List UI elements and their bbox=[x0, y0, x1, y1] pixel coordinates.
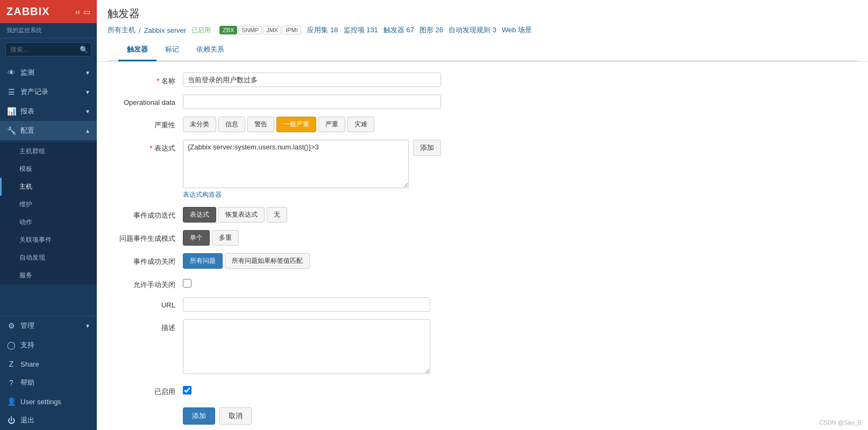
protocol-zbx: ZBX bbox=[219, 26, 237, 34]
sev-disaster[interactable]: 灾难 bbox=[347, 117, 374, 132]
name-control bbox=[183, 73, 441, 87]
sidebar-item-monitor[interactable]: 👁 监测 ▼ bbox=[0, 63, 97, 82]
help-icon: ? bbox=[6, 378, 16, 387]
logout-icon: ⏻ bbox=[6, 416, 16, 425]
sev-average[interactable]: 一般严重 bbox=[276, 117, 316, 132]
page-title: 触发器 bbox=[108, 6, 857, 21]
event-close-all[interactable]: 所有问题 bbox=[183, 253, 223, 269]
form-row-manual-close: 允许手动关闭 bbox=[97, 276, 857, 290]
sidebar-item-label: 支持 bbox=[20, 340, 34, 350]
manual-close-control bbox=[183, 276, 441, 288]
chevron-down-icon: ▼ bbox=[85, 70, 90, 76]
manual-close-checkbox[interactable] bbox=[183, 279, 191, 288]
protocol-snmp: SNMP bbox=[238, 26, 262, 34]
event-success-none[interactable]: 无 bbox=[267, 207, 287, 223]
cancel-button[interactable]: 取消 bbox=[219, 407, 252, 425]
sidebar-item-label: 管理 bbox=[20, 321, 34, 331]
sidebar-item-autodiscovery[interactable]: 自动发现 bbox=[0, 249, 97, 267]
protocol-ipmi: IPMI bbox=[282, 26, 301, 34]
enabled-wrap bbox=[183, 383, 441, 395]
problem-multiple[interactable]: 多重 bbox=[212, 230, 239, 246]
severity-control: 未分类 信息 警告 一般严重 严重 灾难 bbox=[183, 117, 441, 132]
sidebar-item-support[interactable]: ◯ 支持 bbox=[0, 335, 97, 355]
expression-control: {Zabbix server:system.users.num.last()}>… bbox=[183, 140, 441, 199]
sidebar-item-host-groups[interactable]: 主机群组 bbox=[0, 142, 97, 160]
form-row-problem-event: 问题事件生成模式 单个 多重 bbox=[97, 230, 857, 246]
problem-event-buttons: 单个 多重 bbox=[183, 230, 441, 246]
url-input[interactable] bbox=[183, 297, 430, 312]
sidebar-item-config[interactable]: 🔧 配置 ▲ bbox=[0, 121, 97, 140]
user-icon: 👤 bbox=[6, 397, 16, 406]
sidebar-item-logout[interactable]: ⏻ 退出 bbox=[0, 411, 97, 430]
host-nav-items[interactable]: 监控项 131 bbox=[341, 25, 380, 35]
sev-info[interactable]: 信息 bbox=[218, 117, 245, 132]
event-close-matching[interactable]: 所有问题如果标签值匹配 bbox=[225, 253, 310, 269]
host-nav-appsets[interactable]: 应用集 18 bbox=[305, 25, 340, 35]
reports-icon: 📊 bbox=[6, 107, 16, 116]
logo-area: ZABBIX ‹‹ ▭ bbox=[0, 0, 97, 23]
expr-builder-link[interactable]: 表达式构造器 bbox=[183, 190, 222, 199]
breadcrumb-all-hosts[interactable]: 所有主机 bbox=[108, 25, 136, 35]
expression-textarea[interactable]: {Zabbix server:system.users.num.last()}>… bbox=[183, 140, 409, 188]
sidebar-item-user-settings[interactable]: 👤 User settings bbox=[0, 392, 97, 411]
form-row-expression: 表达式 {Zabbix server:system.users.num.last… bbox=[97, 140, 857, 199]
breadcrumb-sep: / bbox=[139, 26, 141, 34]
sev-not-classified[interactable]: 未分类 bbox=[183, 117, 216, 132]
breadcrumb-host[interactable]: Zabbix server bbox=[144, 26, 187, 34]
fullscreen-icon[interactable]: ▭ bbox=[83, 8, 90, 16]
submit-button[interactable]: 添加 bbox=[183, 407, 215, 425]
sidebar-item-actions[interactable]: 动作 bbox=[0, 213, 97, 231]
form-row-severity: 严重性 未分类 信息 警告 一般严重 严重 灾难 bbox=[97, 117, 857, 132]
description-label: 描述 bbox=[97, 319, 183, 333]
event-success-recovery[interactable]: 恢复表达式 bbox=[218, 207, 265, 223]
event-success-expression[interactable]: 表达式 bbox=[183, 207, 216, 223]
url-control bbox=[183, 297, 441, 312]
sidebar-item-hosts[interactable]: 主机 bbox=[0, 178, 97, 196]
form-row-url: URL bbox=[97, 297, 857, 312]
admin-icon: ⚙ bbox=[6, 321, 16, 330]
sidebar-item-admin[interactable]: ⚙ 管理 ▼ bbox=[0, 316, 97, 335]
sidebar-subtitle: 我的监控系统 bbox=[0, 23, 97, 38]
sidebar-item-assets[interactable]: ☰ 资产记录 ▼ bbox=[0, 82, 97, 102]
chevron-up-icon: ▲ bbox=[85, 128, 90, 134]
nav-monitor: 👁 监测 ▼ ☰ 资产记录 ▼ 📊 报表 ▼ 🔧 配置 ▲ bbox=[0, 61, 97, 142]
enabled-checkbox[interactable] bbox=[183, 386, 191, 395]
sidebar-item-reports[interactable]: 📊 报表 ▼ bbox=[0, 102, 97, 121]
search-input[interactable] bbox=[5, 42, 91, 56]
problem-single[interactable]: 单个 bbox=[183, 230, 210, 246]
sidebar-item-services[interactable]: 服务 bbox=[0, 267, 97, 284]
host-nav-triggers[interactable]: 触发器 67 bbox=[381, 25, 416, 35]
form-row-name: 名称 bbox=[97, 73, 857, 87]
name-input[interactable] bbox=[183, 73, 441, 87]
sidebar-item-share[interactable]: Z Share bbox=[0, 355, 97, 373]
config-icon: 🔧 bbox=[6, 126, 16, 135]
sidebar: ZABBIX ‹‹ ▭ 我的监控系统 🔍 👁 监测 ▼ ☰ 资产记录 ▼ 📊 报… bbox=[0, 0, 97, 430]
sev-high[interactable]: 严重 bbox=[318, 117, 345, 132]
sidebar-item-maintenance[interactable]: 维护 bbox=[0, 196, 97, 213]
host-nav-graphs[interactable]: 图形 26 bbox=[417, 25, 445, 35]
opdata-control bbox=[183, 95, 441, 109]
monitor-icon: 👁 bbox=[6, 68, 16, 77]
content-area: 名称 Operational data 严重性 未分类 信息 bbox=[97, 62, 868, 430]
enabled-label: 已启用 bbox=[97, 383, 183, 397]
sidebar-item-correlation[interactable]: 关联项事件 bbox=[0, 231, 97, 249]
sidebar-item-templates[interactable]: 模板 bbox=[0, 160, 97, 178]
manual-close-wrap bbox=[183, 276, 441, 288]
sidebar-item-label: User settings bbox=[20, 398, 61, 406]
collapse-icon[interactable]: ‹‹ bbox=[75, 8, 80, 16]
sidebar-item-label: 报表 bbox=[20, 106, 34, 116]
expression-add-button[interactable]: 添加 bbox=[413, 140, 441, 156]
tab-tags[interactable]: 标记 bbox=[156, 39, 188, 61]
chevron-down-icon: ▼ bbox=[85, 109, 90, 114]
host-nav-web[interactable]: Web 场景 bbox=[500, 25, 534, 35]
opdata-input[interactable] bbox=[183, 95, 441, 109]
host-nav-discovery[interactable]: 自动发现规则 3 bbox=[446, 25, 499, 35]
tab-trigger[interactable]: 触发器 bbox=[118, 39, 156, 61]
tab-dependencies[interactable]: 依赖关系 bbox=[188, 39, 233, 61]
event-close-buttons: 所有问题 所有问题如果标签值匹配 bbox=[183, 253, 441, 269]
sidebar-item-help[interactable]: ? 帮助 bbox=[0, 373, 97, 392]
form-row-event-success: 事件成功迭代 表达式 恢复表达式 无 bbox=[97, 207, 857, 223]
sev-warning[interactable]: 警告 bbox=[247, 117, 274, 132]
description-textarea[interactable] bbox=[183, 319, 430, 374]
host-tabs: ZBX SNMP JMX IPMI 应用集 18 监控项 131 触发器 67 … bbox=[219, 25, 534, 35]
